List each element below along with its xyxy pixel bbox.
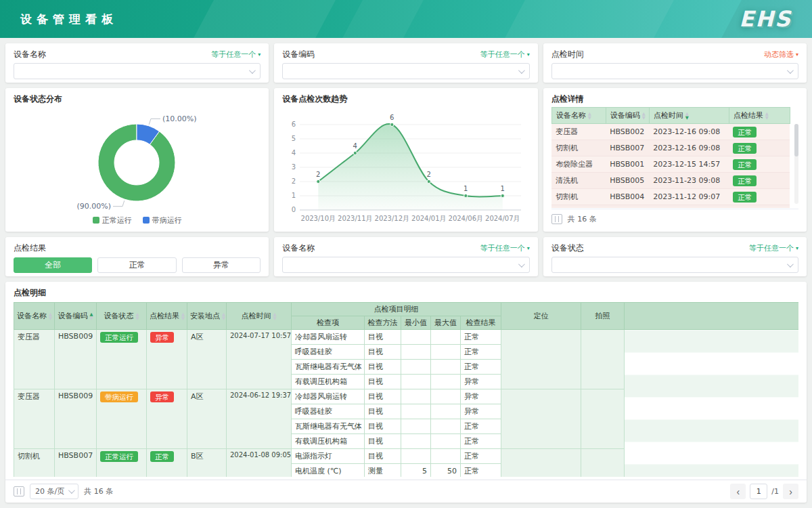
chevron-down-icon (787, 67, 794, 74)
main-col-header[interactable]: 点检时间 (227, 303, 292, 330)
inspect-time-select[interactable] (551, 63, 798, 79)
sub-col-header: 检查结果 (461, 316, 501, 330)
donut-chart[interactable]: (90.00%)(10.00%) (14, 107, 261, 213)
pager: ‹ 1 /1 › (730, 484, 798, 499)
main-col-header[interactable]: 设备状态 (97, 303, 147, 330)
prev-page-button[interactable]: ‹ (730, 484, 746, 499)
detail-row[interactable]: 变压器HBSB0022023-12-16 09:08正常 (551, 124, 790, 140)
chevron-down-icon (249, 67, 256, 74)
dynamic-filter-link[interactable]: 动态筛选▾ (764, 49, 798, 60)
status-badge: 正常运行 (100, 451, 138, 462)
device-status-select[interactable] (551, 257, 798, 273)
detail-col-header[interactable]: 设备编码 (606, 108, 649, 124)
legend-item[interactable]: 正常运行 (93, 215, 132, 226)
main-col-header[interactable]: 安装地点 (187, 303, 227, 330)
filter-card-device-status: 设备状态 等于任意一个▾ (543, 237, 807, 276)
y-tick-label: 6 (292, 121, 296, 128)
empty-area (625, 330, 799, 478)
filter-label: 设备编码 (282, 49, 315, 60)
result-badge: 异常 (150, 391, 174, 402)
current-page[interactable]: 1 (750, 484, 767, 499)
main-col-header[interactable]: 设备名称 (14, 303, 55, 330)
sub-col-header: 检查项 (292, 316, 365, 330)
data-point[interactable] (354, 151, 357, 154)
x-tick-label: 2023/11月 (338, 215, 374, 222)
result-badge: 异常 (150, 332, 174, 343)
filter-label: 设备状态 (551, 242, 584, 254)
column-settings-icon[interactable] (551, 214, 562, 224)
main-col-header[interactable]: 设备编码 (55, 303, 97, 330)
group-header: 点检项目明细 (292, 303, 501, 316)
data-point[interactable] (390, 123, 394, 126)
result-badge: 正常 (733, 192, 757, 203)
detail-col-header[interactable]: 点检时间 (649, 108, 729, 124)
filter-operator-link[interactable]: 等于任意一个▾ (480, 243, 530, 253)
filter-operator-link[interactable]: 等于任意一个▾ (480, 49, 530, 60)
sort-icon (273, 312, 277, 320)
detail-row[interactable]: 变压器HBSB0032023-11-10 09:06正常 (551, 205, 790, 209)
y-tick-label: 5 (292, 135, 296, 142)
result-button-group: 全部 正常 异常 (14, 257, 261, 273)
sort-icon (181, 312, 185, 320)
data-point[interactable] (501, 194, 505, 197)
detail-col-header[interactable]: 设备名称 (551, 108, 606, 124)
next-page-button[interactable]: › (783, 484, 798, 499)
result-button-normal[interactable]: 正常 (97, 257, 176, 273)
result-filter-card: 点检结果 全部 正常 异常 (5, 237, 269, 276)
detail-col-header[interactable]: 点检结果 (729, 108, 790, 124)
filter-operator-link[interactable]: 等于任意一个▾ (749, 243, 798, 253)
main-col-header[interactable]: 点检结果 (147, 303, 187, 330)
page-size-select[interactable]: 20 条/页 (30, 484, 78, 499)
table-pagination: 20 条/页 共 16 条 ‹ 1 /1 › (5, 480, 807, 503)
result-button-abnormal[interactable]: 异常 (182, 257, 261, 273)
data-point[interactable] (464, 194, 468, 197)
y-tick-label: 4 (292, 149, 296, 156)
scrollbar[interactable] (794, 124, 798, 204)
sort-icon (765, 112, 769, 120)
detail-row[interactable]: 切割机HBSB0072023-12-16 09:08正常 (551, 140, 790, 156)
header-decoration (0, 0, 812, 38)
tail-col-header[interactable]: 定位 (501, 303, 581, 330)
data-label: 2 (427, 171, 431, 178)
caret-down-icon: ▾ (527, 245, 530, 251)
detail-row[interactable]: 布袋除尘器HBSB0012023-12-15 14:57正常 (551, 156, 790, 173)
device-name-select-2[interactable] (282, 257, 529, 273)
locate-cell[interactable] (501, 389, 581, 449)
locate-cell[interactable] (501, 449, 581, 478)
filter-operator-link[interactable]: 等于任意一个▾ (211, 49, 261, 60)
caret-down-icon: ▾ (527, 51, 530, 58)
column-settings-icon[interactable] (14, 486, 24, 496)
trend-chart[interactable]: 012345622023/10月42023/11月62023/12月22024/… (282, 111, 529, 226)
detail-table: 设备名称设备编码点检时间点检结果变压器HBSB0022023-12-16 09:… (551, 107, 790, 208)
pie-label: (90.00%) (77, 202, 112, 211)
bottom-filter-row: 点检结果 全部 正常 异常 设备名称 等于任意一个▾ 设备状态 等于任意一个▾ (5, 237, 807, 276)
data-point[interactable] (317, 179, 320, 183)
device-name-select[interactable] (14, 63, 261, 79)
chevron-down-icon (68, 487, 75, 494)
filter-card-device-name-2: 设备名称 等于任意一个▾ (274, 237, 537, 276)
inspection-row[interactable]: 变压器HBSB009正常运行异常A区2024-07-17 10:57冷却器风扇运… (14, 330, 799, 345)
legend-item[interactable]: 带病运行 (143, 215, 182, 226)
photo-cell[interactable] (581, 330, 625, 389)
device-code-select[interactable] (282, 63, 529, 79)
data-point[interactable] (428, 179, 431, 183)
result-badge: 正常 (733, 143, 757, 154)
inspection-list-card: 点检明细 设备名称设备编码设备状态点检结果安装地点点检时间点检项目明细定位拍照检… (5, 282, 807, 503)
detail-row[interactable]: 切割机HBSB0042023-11-12 09:07正常 (551, 189, 790, 205)
caret-down-icon: ▾ (796, 245, 798, 251)
x-tick-label: 2023/10月 (301, 215, 336, 222)
y-tick-label: 3 (292, 163, 296, 171)
result-badge: 正常 (733, 159, 757, 170)
data-label: 1 (501, 185, 505, 192)
trend-card: 设备点检次数趋势 012345622023/10月42023/11月62023/… (274, 88, 537, 232)
main-table: 设备名称设备编码设备状态点检结果安装地点点检时间点检项目明细定位拍照检查项检查方… (14, 302, 798, 477)
result-button-all[interactable]: 全部 (14, 257, 92, 273)
photo-cell[interactable] (581, 449, 625, 478)
locate-cell[interactable] (501, 330, 581, 389)
tail-col-header[interactable]: 拍照 (581, 303, 625, 330)
photo-cell[interactable] (581, 389, 625, 449)
scrollbar-thumb[interactable] (794, 124, 798, 156)
x-tick-label: 2023/12月 (375, 215, 410, 222)
detail-row[interactable]: 清洗机HBSB0052023-11-23 09:08正常 (551, 173, 790, 189)
filter-label: 点检结果 (14, 242, 46, 254)
